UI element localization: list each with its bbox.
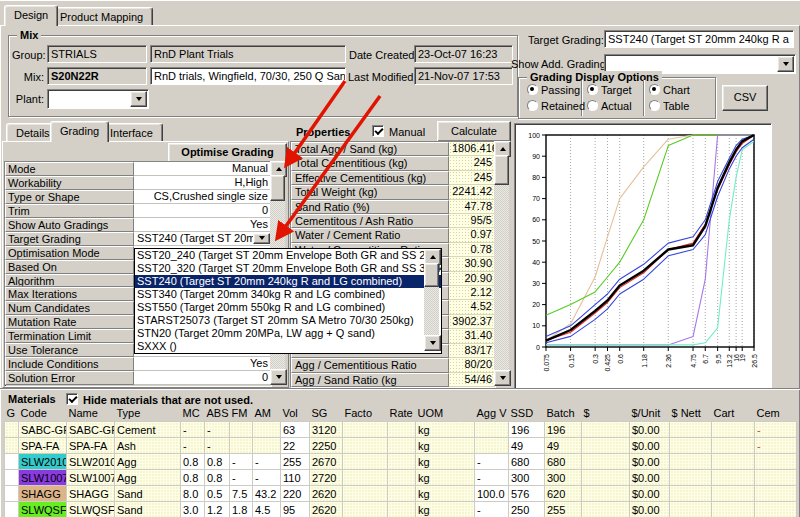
properties-value[interactable]: 3902.37 xyxy=(449,315,495,329)
materials-cell-mc[interactable]: 0.8 xyxy=(181,470,205,486)
radio-retained[interactable] xyxy=(527,100,538,111)
dropdown-item[interactable]: SXXX () xyxy=(135,340,441,353)
materials-cell-mc[interactable]: 0.8 xyxy=(181,454,205,470)
materials-column-header[interactable]: AM xyxy=(253,407,281,422)
materials-cell-vol[interactable]: 22 xyxy=(281,438,310,454)
properties-value[interactable]: 0.78 xyxy=(449,243,495,257)
scroll-down-icon[interactable] xyxy=(424,335,441,351)
materials-cell-am[interactable]: 43.2 xyxy=(253,486,281,502)
grading-grid-value[interactable]: 0 xyxy=(134,371,271,385)
materials-cell-mc[interactable]: 8.0 xyxy=(181,486,205,502)
properties-value[interactable]: 4.52 xyxy=(449,300,495,314)
properties-value[interactable]: 83/17 xyxy=(449,344,495,358)
materials-cell-fm[interactable]: - xyxy=(230,470,253,486)
optimise-grading-button[interactable]: Optimise Grading xyxy=(168,143,287,163)
dropdown-item[interactable]: SST240 (Target ST 20mm 240kg R and LG co… xyxy=(135,275,441,288)
dropdown-item[interactable]: SST340 (Target 20mm 340kg R and LG combi… xyxy=(135,288,441,301)
materials-cell-g[interactable] xyxy=(5,470,19,486)
materials-cell-ssd[interactable]: 300 xyxy=(509,470,545,486)
materials-cell-aggv[interactable]: - xyxy=(475,470,509,486)
scrollbar-thumb[interactable] xyxy=(424,263,439,287)
plant-dropdown-button[interactable] xyxy=(130,91,147,107)
materials-cell-am[interactable]: 4.5 xyxy=(253,502,281,517)
materials-column-header[interactable]: Name xyxy=(67,407,115,422)
grading-grid-value[interactable]: CS,Crushed single size xyxy=(134,190,271,204)
properties-value[interactable]: 95/5 xyxy=(449,214,495,228)
dropdown-item[interactable]: SST20_240 (Target ST 20mm Envelope Both … xyxy=(135,249,441,262)
properties-value[interactable]: 0.97 xyxy=(449,228,495,242)
group-name-field[interactable]: RnD Plant Trials xyxy=(150,45,346,63)
plant-select[interactable] xyxy=(47,89,149,109)
manual-checkbox[interactable] xyxy=(372,125,384,137)
tab-interface[interactable]: Interface xyxy=(100,123,163,142)
dropdown-item[interactable]: STARST25073 (Target ST 20mm SA Metro 70/… xyxy=(135,314,441,327)
radio-actual[interactable] xyxy=(587,100,598,111)
materials-cell-vol[interactable]: 110 xyxy=(281,470,310,486)
materials-column-header[interactable]: Batch xyxy=(545,407,582,422)
radio-passing[interactable] xyxy=(527,84,538,95)
tab-design[interactable]: Design xyxy=(4,5,58,26)
target-grading-field[interactable]: SST240 (Target ST 20mm 240kg R a xyxy=(604,30,794,48)
properties-value[interactable]: 54/46 xyxy=(449,373,495,387)
properties-value[interactable]: 47.78 xyxy=(449,200,495,214)
target-grading-dropdown-list[interactable]: SST20_240 (Target ST 20mm Envelope Both … xyxy=(134,248,442,354)
materials-column-header[interactable]: G xyxy=(5,407,19,422)
radio-chart[interactable] xyxy=(649,84,660,95)
materials-cell-am[interactable]: - xyxy=(253,454,281,470)
materials-cell-aggv[interactable]: 100.0 xyxy=(475,486,509,502)
materials-column-header[interactable]: FM xyxy=(230,407,253,422)
materials-cell-g[interactable] xyxy=(5,422,19,438)
materials-column-header[interactable]: SSD xyxy=(509,407,545,422)
scrollbar-thumb[interactable] xyxy=(270,175,285,201)
materials-cell-vol[interactable]: 95 xyxy=(281,502,310,517)
materials-cell-aggv[interactable]: - xyxy=(475,454,509,470)
dropdown-scrollbar[interactable] xyxy=(424,249,439,351)
radio-table[interactable] xyxy=(649,100,660,111)
properties-value[interactable]: 31.40 xyxy=(449,329,495,343)
target-grading-dropdown-button[interactable] xyxy=(253,233,270,244)
group-code-field[interactable]: STRIALS xyxy=(47,45,147,63)
grading-grid-value[interactable]: Yes xyxy=(134,218,271,232)
materials-column-header[interactable]: Cem xyxy=(755,407,797,422)
materials-column-header[interactable]: SG xyxy=(310,407,343,422)
dropdown-item[interactable]: SST20_320 (Target ST 20mm Envelope Both … xyxy=(135,262,441,275)
materials-column-header[interactable]: Agg V xyxy=(475,407,509,422)
materials-cell-aggv[interactable]: - xyxy=(475,502,509,517)
materials-column-header[interactable]: MC xyxy=(181,407,205,422)
properties-value[interactable]: 2.12 xyxy=(449,286,495,300)
tab-grading[interactable]: Grading xyxy=(50,121,109,142)
materials-cell-fm[interactable]: 1.8 xyxy=(230,502,253,517)
materials-cell-g[interactable] xyxy=(5,438,19,454)
materials-cell-ssd[interactable]: 49 xyxy=(509,438,545,454)
csv-button[interactable]: CSV xyxy=(722,85,768,111)
materials-cell-vol[interactable]: 255 xyxy=(281,454,310,470)
properties-scrollbar[interactable] xyxy=(494,141,509,386)
materials-column-header[interactable]: Vol xyxy=(281,407,310,422)
scroll-down-icon[interactable] xyxy=(494,370,511,386)
materials-cell-vol[interactable]: 220 xyxy=(281,486,310,502)
materials-cell-ssd[interactable]: 196 xyxy=(509,422,545,438)
materials-cell-g[interactable] xyxy=(5,502,19,517)
properties-value[interactable]: 20.90 xyxy=(449,272,495,286)
materials-column-header[interactable]: Code xyxy=(19,407,67,422)
mix-code-field[interactable]: S20N22R xyxy=(47,67,147,85)
tab-product-mapping[interactable]: Product Mapping xyxy=(50,7,153,26)
mix-desc-field[interactable]: RnD trials, Wingfield, 70/30, 250 Q Sand xyxy=(150,67,346,85)
materials-cell-vol[interactable]: 63 xyxy=(281,422,310,438)
properties-value[interactable]: 30.90 xyxy=(449,257,495,271)
radio-target[interactable] xyxy=(587,84,598,95)
grading-grid-value[interactable]: Yes xyxy=(134,357,271,371)
materials-cell-ssd[interactable]: 250 xyxy=(509,502,545,517)
materials-column-header[interactable]: $ xyxy=(582,407,630,422)
materials-column-header[interactable]: $/Unit xyxy=(630,407,670,422)
materials-column-header[interactable]: $ Nett xyxy=(670,407,712,422)
materials-column-header[interactable]: Type xyxy=(115,407,181,422)
materials-column-header[interactable]: Rate xyxy=(388,407,416,422)
grading-grid-value[interactable]: Manual xyxy=(134,162,271,176)
hide-materials-checkbox[interactable] xyxy=(66,393,78,405)
calculate-button[interactable]: Calculate xyxy=(437,121,511,142)
materials-cell-ssd[interactable]: 576 xyxy=(509,486,545,502)
properties-value[interactable]: 245 xyxy=(449,171,495,185)
materials-cell-g[interactable] xyxy=(5,486,19,502)
materials-cell-ssd[interactable]: 680 xyxy=(509,454,545,470)
